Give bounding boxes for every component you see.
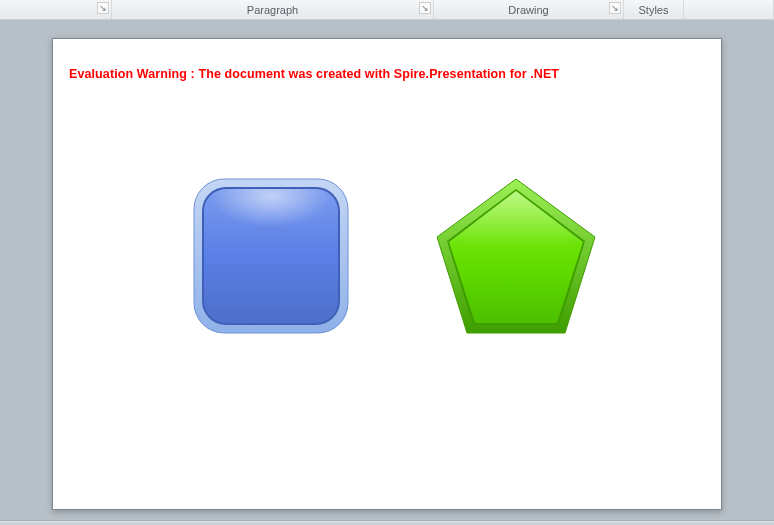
- ribbon-group-label: Styles: [639, 4, 669, 16]
- dialog-launcher-icon[interactable]: ↘: [609, 2, 621, 14]
- slide-canvas[interactable]: Evaluation Warning : The document was cr…: [52, 38, 722, 510]
- ribbon-group-styles[interactable]: Styles: [624, 0, 684, 19]
- dialog-launcher-icon[interactable]: ↘: [419, 2, 431, 14]
- svg-rect-3: [204, 189, 338, 259]
- evaluation-warning-text: Evaluation Warning : The document was cr…: [69, 67, 559, 81]
- ribbon-group-paragraph[interactable]: Paragraph ↘: [112, 0, 434, 19]
- ribbon-group-extra[interactable]: [684, 0, 774, 19]
- ribbon-group-clipboard[interactable]: ↘: [0, 0, 112, 19]
- ribbon-group-drawing[interactable]: Drawing ↘: [434, 0, 624, 19]
- ribbon-bar: ↘ Paragraph ↘ Drawing ↘ Styles: [0, 0, 774, 20]
- ribbon-group-label: Drawing: [508, 4, 548, 16]
- pentagon-shape[interactable]: [431, 175, 601, 343]
- rounded-square-shape[interactable]: [192, 177, 350, 339]
- status-bar: [0, 520, 774, 525]
- slide-workspace: Evaluation Warning : The document was cr…: [0, 20, 774, 525]
- ribbon-group-label: Paragraph: [247, 4, 298, 16]
- dialog-launcher-icon[interactable]: ↘: [97, 2, 109, 14]
